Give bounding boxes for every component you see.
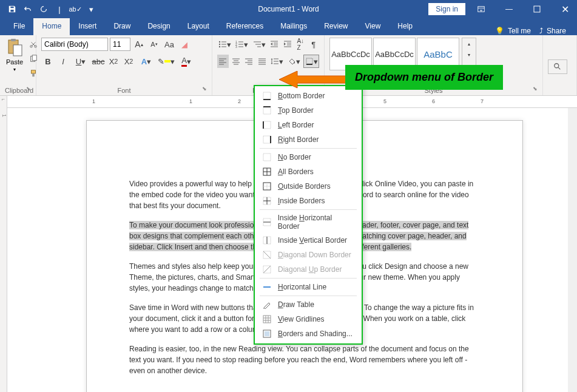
ribbon-options-button[interactable] [469,0,493,18]
annotation-label: Dropdown menu of Border [345,65,503,90]
tab-view[interactable]: View [357,18,390,35]
undo-button[interactable] [21,2,35,16]
justify-button[interactable] [257,55,268,68]
svg-rect-60 [263,107,271,114]
border-option-icon [262,106,272,115]
redo-button[interactable] [36,2,51,16]
font-size-combo[interactable] [110,38,130,51]
sign-in-button[interactable]: Sign in [428,3,465,15]
border-menu-inside-horizontal-border[interactable]: Inside Horizontal Border [255,211,362,233]
increase-indent-button[interactable] [282,38,293,51]
border-menu-top-border[interactable]: Top Border [255,103,362,118]
border-option-icon [262,300,272,309]
grow-font-button[interactable]: A▴ [132,38,146,51]
align-right-button[interactable] [243,55,255,68]
menu-item-label: Draw Table [278,300,314,309]
paragraph[interactable]: Reading is easier, too, in the new Readi… [129,343,480,376]
font-dialog-launcher[interactable]: ⬊ [202,86,209,93]
group-editing [543,35,577,95]
border-menu-borders-and-shading[interactable]: Borders and Shading... [255,326,362,341]
ruler-vertical[interactable]: 1 [0,108,7,392]
styles-scroll-down[interactable]: ▾ [462,49,476,60]
border-menu-no-border[interactable]: No Border [255,150,362,164]
italic-button[interactable]: I [56,55,70,68]
find-button[interactable] [548,59,567,74]
ruler-mark: 5 [383,98,432,104]
ruler-corner: ⌐ [0,96,7,108]
border-menu-outside-borders[interactable]: Outside Borders [255,179,362,194]
bullets-button[interactable]: ▾ [217,38,232,51]
qa-customize-button[interactable]: ▾ [84,2,98,16]
align-center-button[interactable] [231,55,242,68]
font-name-combo[interactable] [41,38,108,51]
tab-layout[interactable]: Layout [179,18,218,35]
multilevel-icon [253,40,262,49]
align-left-button[interactable] [217,55,229,68]
tab-home[interactable]: Home [33,18,70,35]
border-menu-all-borders[interactable]: All Borders [255,164,362,179]
spelling-button[interactable]: ab✓ [68,2,83,16]
tab-design[interactable]: Design [139,18,178,35]
highlighter-icon: ✎ [158,57,164,66]
decrease-indent-button[interactable] [269,38,280,51]
border-option-icon [262,196,272,206]
save-button[interactable] [5,2,19,16]
close-button[interactable]: ✕ [553,0,577,18]
align-left-icon [218,57,227,66]
strikethrough-button[interactable]: abc [92,55,105,68]
clipboard-dialog-launcher[interactable]: ⬊ [26,86,33,93]
paint-bucket-icon [288,57,296,66]
tab-references[interactable]: References [218,18,272,35]
border-menu-draw-table[interactable]: Draw Table [255,297,362,312]
maximize-button[interactable] [525,0,549,18]
share-icon: ⤴ [539,27,543,35]
shrink-font-button[interactable]: A▾ [147,38,161,51]
group-label-font: Font [41,84,207,94]
superscript-button[interactable]: X2 [122,55,135,68]
border-menu-horizontal-line[interactable]: Horizontal Line [255,280,362,294]
multilevel-list-button[interactable]: ▾ [252,38,267,51]
sort-button[interactable]: A↓Z [295,38,306,51]
tell-me-search[interactable]: 💡Tell me [495,27,531,35]
tab-help[interactable]: Help [389,18,421,35]
tab-draw[interactable]: Draw [105,18,139,35]
border-menu-inside-vertical-border[interactable]: Inside Vertical Border [255,233,362,248]
shading-button[interactable]: ▾ [286,55,302,68]
svg-rect-64 [263,136,271,143]
clear-formatting-button[interactable]: ◢ [178,38,191,51]
border-menu-inside-borders[interactable]: Inside Borders [255,194,362,208]
font-color-button[interactable]: A ▾ [177,55,195,68]
border-menu-right-border[interactable]: Right Border [255,132,362,147]
styles-dialog-launcher[interactable]: ⬊ [533,86,540,93]
underline-button[interactable]: U ▾ [72,55,90,68]
minimize-button[interactable]: — [497,0,521,18]
border-menu-left-border[interactable]: Left Border [255,118,362,132]
tab-mailings[interactable]: Mailings [272,18,315,35]
svg-line-81 [263,251,271,259]
vertical-scrollbar[interactable] [568,108,577,392]
border-menu-view-gridlines[interactable]: View Gridlines [255,312,362,326]
change-case-button[interactable]: Aa [163,38,176,51]
border-menu-bottom-border[interactable]: Bottom Border [255,89,362,103]
paste-button[interactable]: Paste ▾ [5,38,24,72]
subscript-button[interactable]: X2 [107,55,120,68]
share-button[interactable]: ⤴Share [539,27,566,35]
borders-button[interactable]: ▾ [303,55,319,68]
numbering-button[interactable]: 123▾ [234,38,249,51]
line-spacing-button[interactable]: ▾ [269,55,285,68]
bold-button[interactable]: B [41,55,55,68]
border-option-icon [262,181,272,191]
highlight-button[interactable]: ✎▾ [157,55,175,68]
menu-item-label: Borders and Shading... [278,329,353,338]
search-icon [553,63,562,71]
tab-file[interactable]: File [5,18,33,35]
eraser-icon: ◢ [181,40,187,49]
styles-scroll-up[interactable]: ▴ [462,38,476,49]
tab-review[interactable]: Review [315,18,356,35]
show-marks-button[interactable]: ¶ [308,38,319,51]
svg-rect-91 [265,331,269,336]
svg-line-83 [263,266,271,273]
tab-insert[interactable]: Insert [70,18,105,35]
border-option-icon [262,250,272,260]
text-effects-button[interactable]: A ▾ [137,55,155,68]
